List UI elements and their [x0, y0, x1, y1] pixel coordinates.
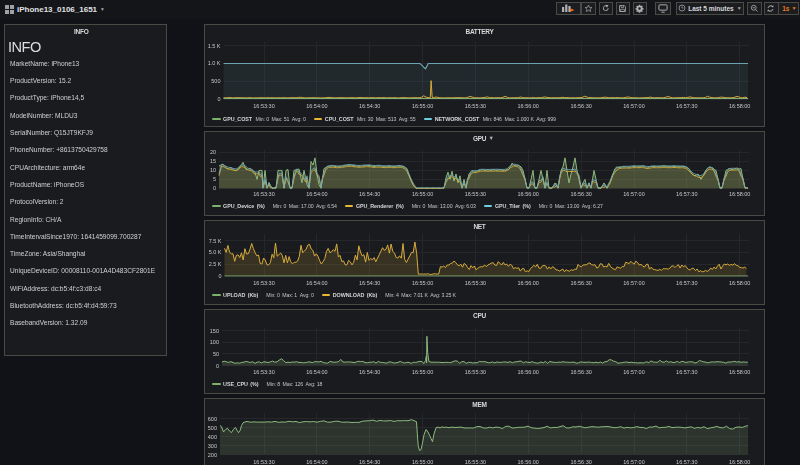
svg-text:400: 400	[208, 433, 217, 439]
svg-text:16:57:00: 16:57:00	[623, 103, 644, 109]
svg-text:16:57:30: 16:57:30	[676, 459, 697, 465]
svg-text:10: 10	[210, 167, 216, 173]
svg-text:16:56:30: 16:56:30	[570, 280, 591, 286]
svg-text:2.5 K: 2.5 K	[209, 261, 222, 267]
svg-text:16:53:30: 16:53:30	[253, 459, 274, 465]
svg-text:1.0 K: 1.0 K	[208, 60, 221, 66]
svg-text:5.0 K: 5.0 K	[209, 249, 222, 255]
svg-text:0: 0	[217, 96, 220, 102]
svg-text:100: 100	[210, 339, 219, 345]
svg-text:50: 50	[213, 350, 219, 356]
svg-text:16:55:30: 16:55:30	[465, 103, 486, 109]
svg-text:16:57:00: 16:57:00	[623, 280, 644, 286]
svg-text:16:55:00: 16:55:00	[412, 191, 433, 197]
svg-text:0: 0	[216, 362, 219, 368]
svg-text:600: 600	[208, 415, 217, 421]
svg-text:16:58:00: 16:58:00	[729, 369, 750, 375]
svg-text:500: 500	[208, 424, 217, 430]
svg-text:16:56:00: 16:56:00	[517, 280, 538, 286]
svg-text:16:53:30: 16:53:30	[253, 103, 274, 109]
svg-text:500: 500	[211, 78, 220, 84]
svg-text:16:58:00: 16:58:00	[729, 191, 750, 197]
svg-text:16:57:30: 16:57:30	[676, 280, 697, 286]
svg-text:16:55:30: 16:55:30	[465, 459, 486, 465]
svg-text:16:56:30: 16:56:30	[570, 369, 591, 375]
svg-text:16:58:00: 16:58:00	[729, 103, 750, 109]
svg-text:16:54:30: 16:54:30	[359, 369, 380, 375]
svg-text:150: 150	[210, 327, 219, 333]
svg-text:16:57:00: 16:57:00	[623, 369, 644, 375]
svg-text:16:57:30: 16:57:30	[676, 103, 697, 109]
svg-text:16:55:30: 16:55:30	[465, 369, 486, 375]
svg-text:20: 20	[210, 149, 216, 155]
svg-text:16:53:30: 16:53:30	[253, 369, 274, 375]
svg-text:16:56:30: 16:56:30	[570, 103, 591, 109]
svg-text:16:57:30: 16:57:30	[676, 191, 697, 197]
svg-text:16:55:00: 16:55:00	[412, 280, 433, 286]
svg-text:16:54:30: 16:54:30	[359, 459, 380, 465]
svg-text:16:54:00: 16:54:00	[306, 103, 327, 109]
svg-text:16:55:30: 16:55:30	[465, 191, 486, 197]
svg-text:16:54:00: 16:54:00	[306, 191, 327, 197]
svg-text:16:56:00: 16:56:00	[517, 191, 538, 197]
svg-text:16:58:00: 16:58:00	[729, 280, 750, 286]
svg-text:16:58:00: 16:58:00	[729, 459, 750, 465]
svg-text:16:55:00: 16:55:00	[412, 369, 433, 375]
svg-text:16:57:30: 16:57:30	[676, 369, 697, 375]
svg-text:16:55:00: 16:55:00	[412, 103, 433, 109]
svg-text:7.5 K: 7.5 K	[209, 237, 222, 243]
svg-text:16:53:30: 16:53:30	[253, 280, 274, 286]
svg-text:16:56:30: 16:56:30	[570, 191, 591, 197]
svg-text:200: 200	[208, 451, 217, 457]
svg-text:16:56:00: 16:56:00	[517, 459, 538, 465]
svg-text:300: 300	[208, 442, 217, 448]
svg-text:16:54:30: 16:54:30	[359, 280, 380, 286]
svg-text:16:55:30: 16:55:30	[465, 280, 486, 286]
svg-text:16:56:30: 16:56:30	[570, 459, 591, 465]
svg-text:5: 5	[213, 176, 216, 182]
svg-text:16:57:00: 16:57:00	[623, 459, 644, 465]
svg-text:16:57:00: 16:57:00	[623, 191, 644, 197]
svg-text:16:54:00: 16:54:00	[306, 280, 327, 286]
svg-text:16:54:30: 16:54:30	[359, 191, 380, 197]
svg-text:0: 0	[218, 273, 221, 279]
svg-text:16:56:00: 16:56:00	[517, 369, 538, 375]
svg-text:16:54:00: 16:54:00	[306, 369, 327, 375]
svg-text:16:56:00: 16:56:00	[517, 103, 538, 109]
svg-text:16:53:30: 16:53:30	[253, 191, 274, 197]
svg-text:16:55:00: 16:55:00	[412, 459, 433, 465]
svg-text:16:54:30: 16:54:30	[359, 103, 380, 109]
svg-text:0: 0	[213, 185, 216, 191]
svg-text:1.5 K: 1.5 K	[208, 43, 221, 49]
svg-text:15: 15	[210, 158, 216, 164]
svg-text:16:54:00: 16:54:00	[306, 459, 327, 465]
